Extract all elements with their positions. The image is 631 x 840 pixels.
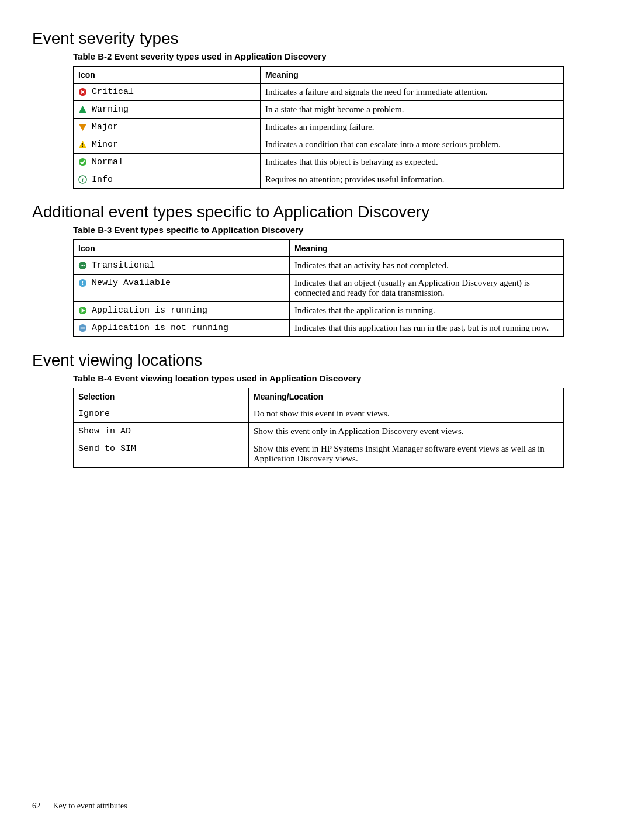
minor-icon: ! bbox=[78, 140, 87, 149]
table-header-row: Icon Meaning bbox=[74, 240, 564, 257]
severity-label: Minor bbox=[92, 140, 118, 150]
severity-meaning: In a state that might become a problem. bbox=[261, 101, 564, 119]
table-row: Normal Indicates that this object is beh… bbox=[74, 154, 564, 171]
heading-viewing: Event viewing locations bbox=[32, 351, 599, 370]
table-row: Warning In a state that might become a p… bbox=[74, 101, 564, 119]
caption-table-b3: Table B-3 Event types specific to Applic… bbox=[73, 225, 599, 235]
col-meaning: Meaning bbox=[290, 240, 564, 257]
event-meaning: Indicates that an activity has not compl… bbox=[290, 257, 564, 275]
event-label: Application is running bbox=[92, 306, 207, 315]
col-selection: Selection bbox=[74, 388, 249, 405]
svg-text:!: ! bbox=[82, 280, 84, 286]
severity-label: Critical bbox=[92, 87, 134, 97]
col-icon: Icon bbox=[74, 67, 261, 84]
table-row: Send to SIM Show this event in HP System… bbox=[74, 440, 564, 468]
svg-marker-2 bbox=[79, 124, 86, 131]
warning-icon bbox=[78, 105, 87, 114]
app-running-icon bbox=[78, 306, 87, 315]
event-label: Newly Available bbox=[92, 278, 171, 288]
table-header-row: Icon Meaning bbox=[74, 67, 564, 84]
viewing-meaning: Show this event in HP Systems Insight Ma… bbox=[249, 440, 564, 468]
table-severity: Icon Meaning Critical Indicates a failur… bbox=[73, 66, 564, 189]
severity-meaning: Indicates a failure and signals the need… bbox=[261, 84, 564, 101]
severity-label: Warning bbox=[92, 105, 129, 114]
viewing-meaning: Do not show this event in event views. bbox=[249, 405, 564, 423]
event-meaning: Indicates that an object (usually an App… bbox=[290, 275, 564, 302]
table-row: ••• Transitional Indicates that an activ… bbox=[74, 257, 564, 275]
event-meaning: Indicates that the application is runnin… bbox=[290, 302, 564, 320]
table-header-row: Selection Meaning/Location bbox=[74, 388, 564, 405]
col-icon: Icon bbox=[74, 240, 290, 257]
svg-text:•••: ••• bbox=[81, 263, 85, 268]
event-label: Application is not running bbox=[92, 323, 228, 333]
severity-meaning: Indicates an impending failure. bbox=[261, 119, 564, 136]
col-meaning: Meaning bbox=[261, 67, 564, 84]
severity-label: Info bbox=[92, 175, 113, 185]
table-additional: Icon Meaning ••• Transitional Indicates … bbox=[73, 239, 564, 337]
page-number: 62 bbox=[32, 801, 40, 810]
table-row: i Info Requires no attention; provides u… bbox=[74, 171, 564, 189]
critical-icon bbox=[78, 88, 87, 96]
severity-label: Normal bbox=[92, 157, 123, 167]
viewing-meaning: Show this event only in Application Disc… bbox=[249, 423, 564, 440]
severity-meaning: Indicates that this object is behaving a… bbox=[261, 154, 564, 171]
viewing-selection: Send to SIM bbox=[74, 440, 249, 468]
svg-marker-1 bbox=[79, 106, 86, 113]
caption-table-b4: Table B-4 Event viewing location types u… bbox=[73, 373, 599, 383]
heading-severity: Event severity types bbox=[32, 29, 599, 48]
table-viewing: Selection Meaning/Location Ignore Do not… bbox=[73, 388, 564, 468]
app-not-running-icon bbox=[78, 324, 87, 332]
footer-title: Key to event attributes bbox=[53, 801, 127, 810]
table-row: Application is not running Indicates tha… bbox=[74, 320, 564, 337]
transitional-icon: ••• bbox=[78, 261, 87, 270]
event-label: Transitional bbox=[92, 261, 155, 270]
svg-rect-15 bbox=[81, 328, 85, 329]
table-row: Show in AD Show this event only in Appli… bbox=[74, 423, 564, 440]
page-footer: 62 Key to event attributes bbox=[32, 801, 127, 811]
viewing-selection: Show in AD bbox=[74, 423, 249, 440]
severity-meaning: Requires no attention; provides useful i… bbox=[261, 171, 564, 189]
viewing-selection: Ignore bbox=[74, 405, 249, 423]
table-row: Ignore Do not show this event in event v… bbox=[74, 405, 564, 423]
severity-meaning: Indicates a condition that can escalate … bbox=[261, 136, 564, 154]
normal-icon bbox=[78, 158, 87, 166]
table-row: Application is running Indicates that th… bbox=[74, 302, 564, 320]
newly-available-icon: ! bbox=[78, 279, 87, 287]
table-row: Major Indicates an impending failure. bbox=[74, 119, 564, 136]
table-row: Critical Indicates a failure and signals… bbox=[74, 84, 564, 101]
svg-text:!: ! bbox=[82, 142, 84, 148]
severity-label: Major bbox=[92, 122, 118, 132]
info-icon: i bbox=[78, 175, 87, 184]
caption-table-b2: Table B-2 Event severity types used in A… bbox=[73, 51, 599, 61]
col-meaning-location: Meaning/Location bbox=[249, 388, 564, 405]
event-meaning: Indicates that this application has run … bbox=[290, 320, 564, 337]
svg-text:i: i bbox=[82, 176, 84, 183]
heading-additional: Additional event types specific to Appli… bbox=[32, 203, 599, 221]
table-row: ! Minor Indicates a condition that can e… bbox=[74, 136, 564, 154]
svg-point-5 bbox=[79, 158, 86, 166]
major-icon bbox=[78, 123, 87, 131]
table-row: ! Newly Available Indicates that an obje… bbox=[74, 275, 564, 302]
